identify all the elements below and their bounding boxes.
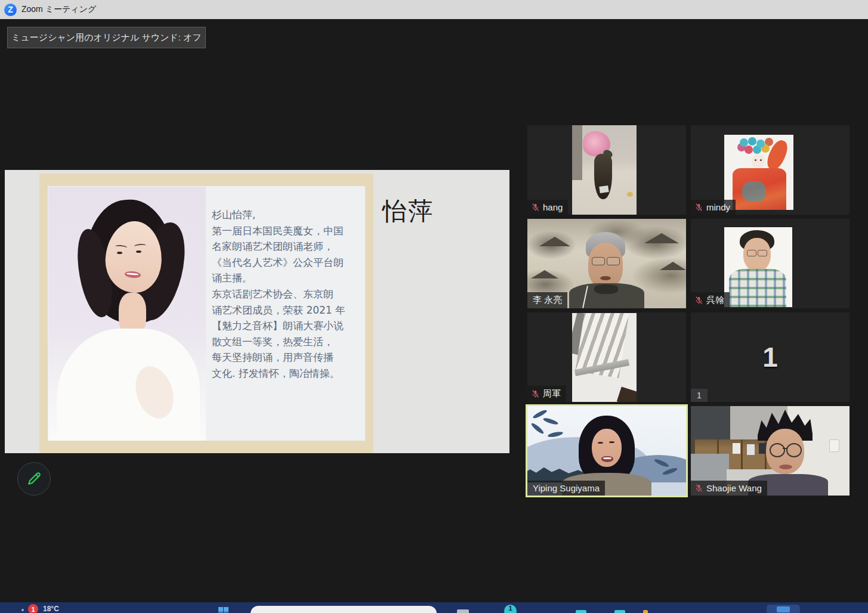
portrait-eye-art xyxy=(117,252,122,254)
bamboo-leaf-art xyxy=(543,417,559,426)
bio-line: 第一届日本国民美魔女，中国 xyxy=(212,223,364,239)
window-title: Zoom ミーティング xyxy=(21,4,96,15)
shaojie-glasses-art xyxy=(783,448,787,449)
vase-label-art xyxy=(599,185,608,193)
portrait-torso-art xyxy=(57,329,200,441)
opera-eyes-art xyxy=(755,159,756,161)
bio-line: 诵主播。 xyxy=(212,270,364,286)
participant-name-label: 呉翰 xyxy=(691,292,730,308)
participant-name-label: 1 xyxy=(691,389,708,402)
yiping-eyes-art xyxy=(598,442,603,444)
video-tile-hang[interactable]: hang xyxy=(527,125,686,215)
bio-text: 杉山怡萍, 第一届日本国民美魔女，中国 名家朗诵艺术团朗诵老师， 《当代名人艺术… xyxy=(212,207,364,382)
taskbar-active-app-button[interactable] xyxy=(767,605,800,613)
shelf-art xyxy=(572,125,582,180)
hang-video-art xyxy=(572,125,637,215)
participant-name: mindy xyxy=(706,202,730,212)
li-glasses-art xyxy=(607,257,620,265)
shared-screen: 杉山怡萍, 第一届日本国民美魔女，中国 名家朗诵艺术团朗诵老师， 《当代名人艺术… xyxy=(5,170,509,453)
original-sound-toggle[interactable]: ミュージシャン用のオリジナル サウンド: オフ xyxy=(7,27,206,48)
shaojie-mouth-art xyxy=(779,465,792,469)
pencil-icon xyxy=(26,471,42,487)
video-tile-mindy[interactable]: mindy xyxy=(691,125,850,215)
light-switch-art xyxy=(829,439,839,452)
participant-name: 李 永亮 xyxy=(533,295,562,306)
dark-corner-art xyxy=(617,386,637,402)
participant-name-label: Shaojie Wang xyxy=(691,481,767,496)
windows-taskbar: 1 18°C 1 xyxy=(0,602,868,613)
wu-glasses-art xyxy=(758,250,767,256)
bio-line: 东京话剧艺术协会、东京朗 xyxy=(212,286,364,302)
weather-temperature[interactable]: 18°C xyxy=(43,605,59,613)
wu-glasses-art xyxy=(747,250,756,256)
portrait-photo xyxy=(48,187,206,441)
table-object-art xyxy=(627,192,633,197)
video-tile-zhou-jun[interactable]: 周軍 xyxy=(527,312,686,402)
participant-name: Shaojie Wang xyxy=(706,483,762,493)
opera-costume-accent-art xyxy=(742,181,766,202)
slide-side-title: 怡萍 xyxy=(382,195,434,228)
windows-logo-icon xyxy=(218,607,223,612)
mindy-video-art xyxy=(724,135,793,210)
participant-name: Yiping Sugiyama xyxy=(533,483,600,493)
zoom-logo-icon: Z xyxy=(4,4,17,16)
shaojie-glasses-art xyxy=(786,443,802,457)
windows-logo-icon xyxy=(224,607,228,612)
yiping-teeth-art xyxy=(603,457,611,459)
portrait-eye-art xyxy=(136,250,141,253)
zhou-jun-video-art xyxy=(572,313,637,402)
opera-arm-art xyxy=(764,138,791,172)
participant-name-label: mindy xyxy=(691,200,736,215)
active-app-icon xyxy=(777,606,790,612)
participant-name: hang xyxy=(543,202,563,212)
notification-badge: 1 xyxy=(28,604,38,613)
li-collar-art xyxy=(594,284,618,294)
video-tile-wu-han[interactable]: 呉翰 xyxy=(691,219,850,308)
mic-muted-icon xyxy=(694,484,703,493)
bamboo-leaf-art xyxy=(548,431,564,438)
taskbar-app-icon[interactable] xyxy=(576,610,586,613)
participant-name-label: 周軍 xyxy=(527,386,566,402)
mic-muted-icon xyxy=(531,389,540,398)
mic-muted-icon xyxy=(694,203,703,212)
bio-line: 诵艺术团成员，荣获 2021 年 xyxy=(212,302,364,318)
windows-start-button[interactable] xyxy=(218,607,228,613)
mic-muted-icon xyxy=(531,203,540,212)
mic-muted-icon xyxy=(694,296,703,305)
bio-line: 杉山怡萍, xyxy=(212,207,364,223)
annotate-pencil-button[interactable] xyxy=(17,462,51,496)
li-glasses-art xyxy=(592,257,605,265)
li-mouth-art xyxy=(600,276,611,280)
roof-art xyxy=(660,262,686,270)
bio-line: 《当代名人艺术》公众平台朗 xyxy=(212,255,364,271)
video-tile-1[interactable]: 1 1 xyxy=(691,312,850,402)
bamboo-leaf-art xyxy=(530,422,545,435)
opera-face-art xyxy=(752,154,765,169)
original-sound-label: ミュージシャン用のオリジナル サウンド: オフ xyxy=(11,32,202,44)
window-titlebar: Z Zoom ミーティング xyxy=(0,0,868,19)
taskbar-search-input[interactable] xyxy=(251,606,437,613)
participant-name-label: Yiping Sugiyama xyxy=(527,481,605,496)
bio-line: 【魅力之音杯】朗诵大赛小说 xyxy=(212,318,364,334)
shaojie-glasses-art xyxy=(770,443,785,457)
roof-art xyxy=(531,270,558,278)
taskbar-dot-icon xyxy=(21,609,24,611)
shelf-items-art xyxy=(733,443,740,454)
video-tile-li-yongliang[interactable]: 李 永亮 xyxy=(527,219,686,308)
wu-han-video-art xyxy=(724,227,792,307)
taskbar-app-icon[interactable] xyxy=(614,610,625,613)
roof-art xyxy=(644,233,679,243)
taskbar-app-icon[interactable] xyxy=(457,609,469,613)
bio-line: 名家朗诵艺术团朗诵老师， xyxy=(212,239,364,255)
opera-headdress-art xyxy=(740,138,748,147)
participant-name-label: 李 永亮 xyxy=(527,292,567,308)
video-tile-shaojie-wang[interactable]: Shaojie Wang xyxy=(691,406,850,496)
taskbar-app-icon[interactable] xyxy=(643,610,648,613)
bio-line: 文化. 抒发情怀，陶冶情操。 xyxy=(212,366,364,382)
video-tile-yiping-sugiyama[interactable]: Yiping Sugiyama xyxy=(526,404,688,497)
participant-name-label: hang xyxy=(527,200,568,215)
zoom-app-badge[interactable]: 1 xyxy=(504,605,517,613)
participant-name: 呉翰 xyxy=(706,295,724,306)
plaid-shirt-art xyxy=(729,269,786,307)
participant-initial: 1 xyxy=(691,312,850,402)
